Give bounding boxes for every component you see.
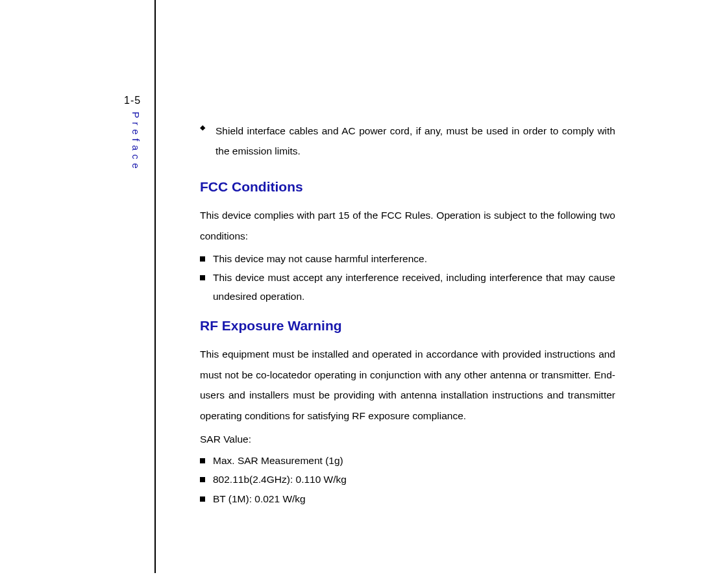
list-item: This device must accept any interference…	[200, 268, 615, 306]
sar-item-2: 802.11b(2.4GHz): 0.110 W/kg	[213, 470, 615, 489]
main-content: ◆ Shield interface cables and AC power c…	[200, 121, 615, 508]
intro-bullet-text: Shield interface cables and AC power cor…	[215, 121, 615, 161]
list-item: This device may not cause harmful interf…	[200, 249, 615, 268]
list-item: Max. SAR Measurement (1g)	[200, 451, 615, 470]
fcc-bullet-text-2: This device must accept any interference…	[213, 268, 615, 306]
sar-value-label: SAR Value:	[200, 429, 615, 450]
page-number: 1-5	[124, 95, 141, 106]
square-bullet-icon	[200, 458, 205, 463]
vertical-divider	[154, 0, 156, 573]
document-page: 1-5 Preface ◆ Shield interface cables an…	[0, 0, 701, 588]
list-item: 802.11b(2.4GHz): 0.110 W/kg	[200, 470, 615, 489]
sar-item-3: BT (1M): 0.021 W/kg	[213, 489, 615, 508]
fcc-bullet-text-1: This device may not cause harmful interf…	[213, 249, 615, 268]
square-bullet-icon	[200, 496, 205, 502]
square-bullet-icon	[200, 256, 205, 262]
rf-paragraph: This equipment must be installed and ope…	[200, 344, 615, 426]
rf-exposure-heading: RF Exposure Warning	[200, 318, 615, 334]
fcc-intro-text: This device complies with part 15 of the…	[200, 205, 615, 247]
diamond-icon: ◆	[200, 123, 205, 132]
sar-item-1: Max. SAR Measurement (1g)	[213, 451, 615, 470]
fcc-conditions-heading: FCC Conditions	[200, 179, 615, 195]
intro-bullet-item: ◆ Shield interface cables and AC power c…	[200, 121, 615, 161]
fcc-bullet-list: This device may not cause harmful interf…	[200, 249, 615, 306]
square-bullet-icon	[200, 477, 205, 482]
section-label-preface: Preface	[130, 112, 141, 173]
square-bullet-icon	[200, 275, 205, 280]
sar-bullet-list: Max. SAR Measurement (1g) 802.11b(2.4GHz…	[200, 451, 615, 508]
list-item: BT (1M): 0.021 W/kg	[200, 489, 615, 508]
